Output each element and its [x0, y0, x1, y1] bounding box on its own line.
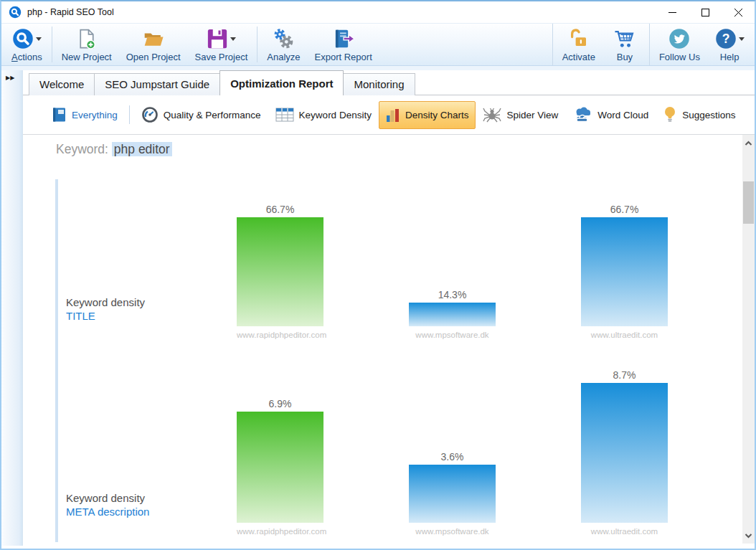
bar-category-label: www.mpsoftware.dk [409, 331, 496, 339]
save-project-dropdown-caret[interactable] [230, 37, 236, 41]
bar-value-label: 66.7% [266, 204, 295, 215]
toolbar-separator [649, 24, 650, 65]
app-logo-icon [9, 6, 22, 19]
minimize-button[interactable] [656, 1, 689, 23]
section-spider-view-button[interactable]: Spider View [476, 100, 565, 130]
twitter-bird-icon [668, 28, 690, 49]
window-title: php - Rapid SEO Tool [27, 7, 114, 17]
actions-dropdown-caret[interactable] [36, 37, 42, 41]
bar-green [237, 217, 323, 326]
word-cloud-icon [572, 107, 592, 123]
export-report-label: Export Report [315, 52, 372, 62]
book-icon [52, 107, 67, 123]
bar-blue [409, 465, 496, 523]
help-label: Help [720, 52, 740, 62]
app-window: php - Rapid SEO Tool Acti [0, 0, 756, 550]
new-project-icon [76, 28, 98, 49]
buy-label: Buy [617, 52, 633, 62]
analyze-label: Analyze [267, 52, 300, 62]
keyword-header: Keyword: php editor [56, 142, 172, 157]
bar-column: 6.9% [237, 398, 323, 523]
bar-chart-title: 66.7%14.3%66.7% [23, 179, 755, 326]
save-project-button[interactable]: Save Project [188, 24, 255, 65]
tab-optimization-report[interactable]: Optimization Report [219, 70, 344, 95]
follow-us-label: Follow Us [659, 52, 700, 62]
tab-monitoring[interactable]: Monitoring [343, 73, 415, 95]
toolbar-spacer [379, 24, 550, 65]
bar-category-label: www.rapidphpeditor.com [237, 527, 323, 536]
bar-category-label: www.ultraedit.com [581, 527, 668, 536]
main-toolbar: Actions New Project Open Proje [1, 23, 755, 66]
section-word-cloud-label: Word Cloud [597, 110, 648, 120]
maximize-button[interactable] [689, 1, 722, 23]
new-project-label: New Project [62, 52, 112, 62]
activate-button[interactable]: Activate [555, 24, 603, 65]
caption-buttons [656, 1, 755, 23]
bar-chart-icon [386, 108, 400, 123]
export-report-button[interactable]: Export Report [308, 24, 379, 65]
bar-column: 14.3% [409, 289, 496, 326]
section-keyword-density-label: Keyword Density [299, 110, 372, 120]
bar-blue [581, 217, 668, 326]
title-bar: php - Rapid SEO Tool [1, 1, 755, 23]
buy-button[interactable]: Buy [603, 24, 647, 65]
report-section-toolbar: Everything Quality & Performance [23, 95, 755, 135]
section-density-charts-button[interactable]: Density Charts [379, 101, 476, 129]
section-density-charts-label: Density Charts [405, 110, 469, 120]
section-keyword-density-button[interactable]: Keyword Density [268, 101, 379, 128]
bar-value-label: 3.6% [441, 451, 464, 463]
follow-us-button[interactable]: Follow Us [652, 24, 707, 65]
scroll-up-arrow-icon[interactable] [742, 137, 755, 149]
collapsed-side-panel[interactable]: ▶▶ [1, 70, 23, 546]
toolbar-separator [52, 27, 52, 62]
help-button[interactable]: ? Help [707, 24, 752, 65]
bar-value-label: 8.7% [613, 369, 636, 381]
scroll-down-arrow-icon[interactable] [742, 529, 755, 541]
vertical-scrollbar[interactable] [742, 135, 755, 544]
section-suggestions-button[interactable]: Suggestions [656, 100, 742, 130]
bar-chart-meta-description: 6.9%3.6%8.7% [23, 366, 755, 523]
analyze-gears-icon [272, 27, 295, 50]
actions-button[interactable]: Actions [4, 24, 49, 65]
section-spider-view-label: Spider View [506, 110, 558, 120]
actions-logo-icon [12, 28, 34, 49]
save-project-icon [207, 28, 228, 49]
scrollbar-thumb[interactable] [743, 181, 754, 224]
open-project-button[interactable]: Open Project [119, 24, 188, 65]
section-word-cloud-button[interactable]: Word Cloud [565, 100, 656, 130]
open-project-label: Open Project [126, 52, 181, 62]
section-quality-performance-label: Quality & Performance [164, 110, 261, 120]
bar-column: 8.7% [581, 369, 668, 523]
subtoolbar-separator [129, 105, 130, 124]
actions-label: Actions [11, 52, 42, 62]
bar-column: 3.6% [409, 451, 496, 523]
new-project-button[interactable]: New Project [55, 24, 119, 65]
tab-strip: Welcome SEO Jumpstart Guide Optimization… [23, 70, 755, 95]
open-project-icon [142, 28, 165, 49]
table-icon [275, 108, 294, 122]
bar-category-label: www.rapidphpeditor.com [237, 331, 323, 339]
bar-category-label: www.ultraedit.com [581, 331, 668, 339]
svg-text:?: ? [722, 32, 729, 46]
section-quality-performance-button[interactable]: Quality & Performance [134, 100, 268, 130]
help-dropdown-caret[interactable] [739, 37, 745, 41]
expand-panel-icon[interactable]: ▶▶ [6, 75, 14, 81]
report-scroll-area: Keyword: php editor Keyword density TITL… [23, 135, 755, 546]
tab-welcome[interactable]: Welcome [29, 73, 95, 95]
tab-seo-jumpstart-guide[interactable]: SEO Jumpstart Guide [94, 73, 220, 95]
bar-value-label: 6.9% [269, 398, 292, 409]
activate-lock-icon [568, 28, 590, 49]
section-everything-label: Everything [72, 110, 118, 120]
close-button[interactable] [722, 1, 755, 23]
activate-label: Activate [562, 52, 595, 62]
section-suggestions-label: Suggestions [682, 110, 735, 120]
section-everything-button[interactable]: Everything [44, 100, 125, 129]
keyword-label: Keyword: [56, 142, 108, 156]
lightbulb-icon [663, 106, 677, 123]
bar-value-label: 14.3% [438, 289, 467, 300]
bar-blue [581, 383, 668, 523]
bar-column: 66.7% [581, 204, 668, 326]
keyword-value: php editor [112, 142, 172, 156]
analyze-button[interactable]: Analyze [260, 24, 307, 65]
bar-green [237, 412, 323, 523]
